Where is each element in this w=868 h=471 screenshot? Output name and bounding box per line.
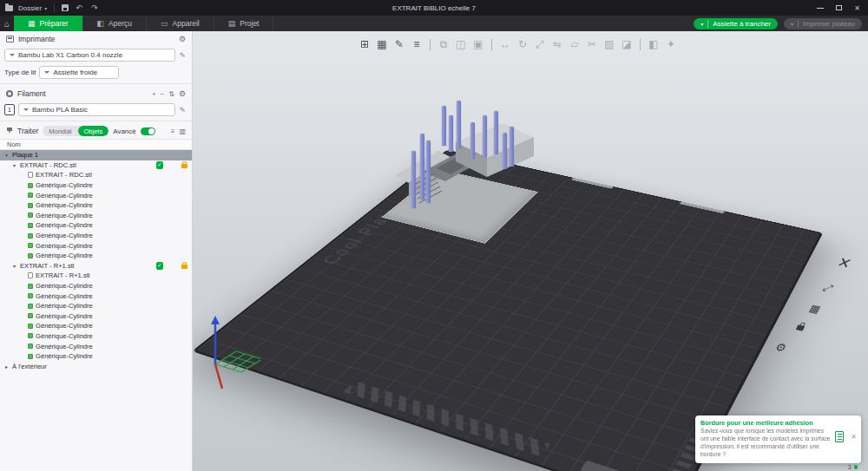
add-filament-icon[interactable]: + [152, 90, 156, 98]
notification-counter[interactable]: 3 [848, 464, 858, 470]
filament-color-swatch[interactable]: 1 [4, 104, 15, 115]
tree-row[interactable]: Générique-Cylindre [0, 321, 192, 331]
expander-icon[interactable]: ▾ [3, 152, 10, 158]
tree-header: Nom [0, 139, 192, 150]
print-plate-button[interactable]: ▾ Imprimer plateau [784, 18, 862, 29]
bed-type-select[interactable]: Assiette froide [39, 66, 119, 79]
file-menu-button[interactable]: Dossier ▾ [18, 4, 47, 12]
tree-row[interactable]: Générique-Cylindre [0, 301, 192, 311]
scale-icon[interactable]: ⤢ [531, 36, 549, 53]
printable-checkbox[interactable] [156, 161, 164, 169]
edit-filament-icon[interactable]: ✎ [179, 106, 186, 114]
rotate-icon[interactable]: ↻ [514, 36, 531, 53]
tab-prepare[interactable]: ▦ Préparer [14, 16, 83, 31]
copy-icon[interactable]: ⧉ [435, 36, 452, 53]
redo-icon[interactable]: ↷ [89, 3, 100, 12]
tree-item-label: Générique-Cylindre [36, 181, 93, 189]
plate-grid-icon[interactable]: ▦ [804, 300, 826, 317]
tree-row[interactable]: Générique-Cylindre [0, 211, 192, 221]
sync-filament-icon[interactable]: ⇅ [168, 90, 174, 98]
clone-icon[interactable]: ▣ [470, 36, 487, 53]
expander-icon[interactable]: ▾ [11, 263, 17, 269]
expander-icon[interactable]: ▾ [11, 162, 17, 168]
scope-global-option[interactable]: Mondial [43, 126, 77, 136]
tab-icon: ▤ [228, 19, 236, 28]
save-icon[interactable] [62, 4, 69, 11]
printer-preset-select[interactable]: Bambu Lab X1 Carbon 0.4 nozzle [4, 49, 175, 62]
tree-row[interactable]: Générique-Cylindre [0, 341, 192, 351]
add-model-icon[interactable]: ⊞ [356, 36, 373, 53]
edit-printer-icon[interactable]: ✎ [179, 51, 186, 60]
tree-row[interactable]: Générique-Cylindre [0, 180, 192, 191]
printable-checkbox[interactable] [156, 262, 164, 270]
tab-project[interactable]: ▤ Projet [214, 16, 274, 31]
chevron-down-icon[interactable]: ▾ [700, 21, 703, 27]
item-type-icon [28, 343, 33, 349]
wiki-doc-icon[interactable] [835, 431, 844, 442]
lay-flat-icon[interactable]: ▱ [566, 36, 583, 53]
seam-paint-icon[interactable]: ◪ [618, 36, 635, 53]
expand-plate-icon[interactable]: ⤢ [817, 279, 839, 297]
plate-settings-icon[interactable]: ⚙ [770, 338, 792, 356]
tab-device[interactable]: ▭ Appareil [147, 16, 214, 31]
paste-icon[interactable]: ◫ [452, 36, 470, 53]
tab-preview[interactable]: ◧ Aperçu [83, 16, 147, 31]
close-plate-icon[interactable]: ✕ [833, 254, 856, 271]
tree-row[interactable]: Générique-Cylindre [0, 351, 192, 362]
chevron-down-icon[interactable]: ▾ [791, 21, 793, 27]
printer-section-header: Imprimante ⚙ [0, 31, 192, 47]
undo-icon[interactable]: ↶ [74, 3, 84, 12]
move-icon[interactable]: ↔ [496, 36, 514, 53]
item-type-icon [28, 193, 33, 198]
draw-icon[interactable]: ✎ [391, 36, 408, 53]
toast-close-icon[interactable]: ✕ [851, 433, 857, 441]
highlight-icon[interactable]: ✦ [662, 36, 680, 53]
tree-item-label: À l'extérieur [12, 363, 47, 370]
tree-row[interactable]: Générique-Cylindre [0, 240, 192, 251]
chevron-down-icon: ▾ [44, 5, 47, 11]
remove-filament-icon[interactable]: − [161, 90, 165, 98]
lock-icon[interactable] [181, 164, 187, 168]
chevron-down-icon [44, 71, 49, 74]
lock-icon[interactable] [181, 265, 187, 269]
tree-item-label: Générique-Cylindre [36, 352, 93, 360]
maximize-button[interactable] [836, 5, 842, 10]
add-plate-icon[interactable]: ▦ [373, 36, 391, 53]
slice-plate-button[interactable]: ▾ Assiette à trancher [694, 18, 778, 29]
advanced-toggle[interactable] [141, 128, 155, 135]
minimize-button[interactable] [817, 8, 824, 9]
tree-row-rdc-part[interactable]: EXTRAIT - RDC.stl [0, 170, 192, 180]
tree-row[interactable]: Générique-Cylindre [0, 231, 192, 241]
left-panel: Imprimante ⚙ Bambu Lab X1 Carbon 0.4 noz… [0, 31, 193, 471]
expander-icon[interactable]: ▸ [3, 363, 10, 370]
cut-icon[interactable]: ✂ [583, 36, 601, 53]
printer-settings-gear-icon[interactable]: ⚙ [179, 35, 186, 43]
tree-row-rdc-group[interactable]: ▾ EXTRAIT - RDC.stl [0, 160, 192, 171]
scope-objects-option[interactable]: Objets [78, 126, 109, 136]
filament-preset-select[interactable]: Bambu PLA Basic [18, 103, 175, 116]
parameter-table-icon[interactable]: ≡ [408, 36, 425, 53]
close-button[interactable]: ✕ [854, 4, 860, 12]
tree-row[interactable]: Générique-Cylindre [0, 311, 192, 322]
tree-row-r1-part[interactable]: EXTRAIT - R+1.stl [0, 271, 192, 281]
tree-row[interactable]: Générique-Cylindre [0, 200, 192, 211]
tree-row[interactable]: Générique-Cylindre [0, 220, 192, 231]
lock-plate-icon[interactable] [789, 319, 812, 337]
mirror-icon[interactable]: ⇋ [549, 36, 566, 53]
tree-row[interactable]: Générique-Cylindre [0, 281, 192, 291]
tree-row-outside[interactable]: ▸ À l'extérieur [0, 361, 192, 371]
tree-row[interactable]: Générique-Cylindre [0, 251, 192, 261]
assembly-view-icon[interactable]: ◧ [645, 36, 662, 53]
tree-row[interactable]: Générique-Cylindre [0, 331, 192, 342]
support-paint-icon[interactable]: ▨ [601, 36, 618, 53]
tree-row-plate-1[interactable]: ▾ Plaque 1 [0, 150, 192, 160]
filament-settings-gear-icon[interactable]: ⚙ [179, 89, 186, 98]
tree-row[interactable]: Générique-Cylindre [0, 190, 192, 200]
process-list-icon[interactable]: ≡ [171, 128, 175, 135]
tree-row[interactable]: Générique-Cylindre [0, 291, 192, 301]
tree-row-r1-group[interactable]: ▾ EXTRAIT - R+1.stl [0, 261, 192, 271]
divider [707, 20, 708, 28]
process-columns-icon[interactable]: ▥ [179, 128, 186, 135]
home-button[interactable]: ⌂ [0, 16, 14, 31]
viewport-3d[interactable]: Cool Plate [193, 31, 868, 471]
